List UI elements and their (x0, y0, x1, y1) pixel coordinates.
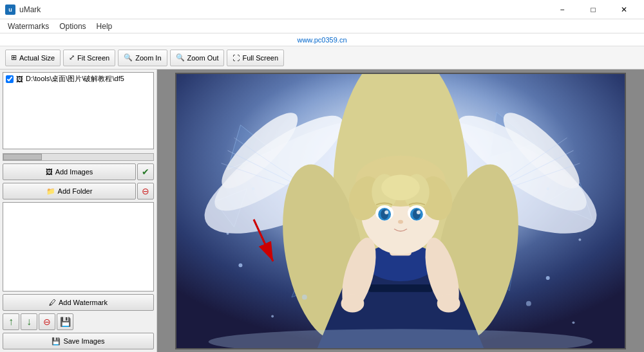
scrollbar-thumb (3, 154, 42, 160)
actual-size-icon: ⊞ (11, 53, 17, 62)
save-button[interactable]: 💾 (57, 313, 73, 330)
save-images-icon: 💾 (52, 337, 61, 346)
zoom-in-icon: 🔍 (124, 53, 133, 62)
file-path: D:\tools\桌面\图片\破解教程\df5 (26, 74, 124, 84)
menu-bar: Watermarks Options Help (0, 19, 644, 33)
svg-point-50 (302, 294, 307, 299)
svg-point-41 (384, 210, 388, 214)
add-images-button[interactable]: 🖼 Add Images (3, 163, 136, 180)
svg-point-49 (271, 315, 274, 317)
move-down-button[interactable]: ↓ (21, 313, 37, 330)
close-button[interactable]: ✕ (609, 0, 639, 19)
watermark-list (3, 202, 154, 292)
add-folder-icon: 📁 (46, 187, 55, 196)
svg-point-34 (381, 174, 420, 200)
bottom-controls: ↑ ↓ ⊖ 💾 (3, 313, 154, 330)
toolbar: ⊞ Actual Size ⤢ Fit Screen 🔍 Zoom In 🔍 Z… (0, 46, 644, 69)
file-checkbox[interactable] (6, 75, 14, 83)
add-watermark-label: Add Watermark (59, 299, 108, 306)
svg-point-55 (578, 238, 581, 241)
zoom-in-button[interactable]: 🔍 Zoom In (118, 50, 167, 66)
add-folder-row: 📁 Add Folder ⊖ (3, 183, 154, 199)
add-folder-button[interactable]: 📁 Add Folder (3, 183, 136, 199)
menu-watermarks[interactable]: Watermarks (3, 21, 54, 32)
save-images-label: Save Images (63, 337, 104, 345)
svg-point-42 (417, 210, 421, 214)
add-folder-label: Add Folder (58, 187, 93, 195)
svg-point-53 (526, 301, 531, 306)
left-panel: 🖼 D:\tools\桌面\图片\破解教程\df5 🖼 Add Images ✔… (0, 69, 157, 352)
website-url: www.pc0359.cn (297, 36, 346, 44)
fit-screen-label: Fit Screen (77, 54, 109, 62)
fit-screen-button[interactable]: ⤢ Fit Screen (63, 50, 115, 66)
website-bar: www.pc0359.cn (0, 33, 644, 46)
full-screen-icon: ⛶ (232, 54, 240, 62)
add-images-label: Add Images (55, 168, 93, 176)
actual-size-label: Actual Size (19, 54, 55, 62)
zoom-in-label: Zoom In (135, 54, 161, 62)
confirm-button[interactable]: ✔ (137, 163, 154, 180)
file-icon: 🖼 (16, 75, 23, 83)
svg-point-57 (547, 187, 549, 190)
title-bar-controls: − □ ✕ (547, 0, 639, 19)
svg-rect-26 (368, 284, 432, 292)
svg-line-60 (254, 219, 273, 261)
move-up-button[interactable]: ↑ (3, 313, 19, 330)
svg-point-47 (437, 294, 460, 312)
zoom-out-label: Zoom Out (187, 54, 219, 62)
actual-size-button[interactable]: ⊞ Actual Size (5, 50, 61, 66)
svg-point-46 (341, 294, 365, 312)
preview-image (175, 73, 626, 349)
minimize-button[interactable]: − (547, 0, 577, 19)
svg-point-56 (252, 187, 254, 190)
delete-button[interactable]: ⊖ (39, 313, 55, 330)
remove-button[interactable]: ⊖ (137, 183, 154, 199)
app-icon: u (5, 5, 15, 15)
add-images-row: 🖼 Add Images ✔ (3, 163, 154, 180)
app-title: uMark (19, 5, 41, 14)
file-list-item: 🖼 D:\tools\桌面\图片\破解教程\df5 (3, 73, 153, 85)
svg-point-43 (398, 219, 403, 223)
fit-screen-icon: ⤢ (69, 53, 75, 62)
add-watermark-icon: 🖊 (49, 299, 56, 306)
red-arrow (215, 213, 292, 277)
add-images-icon: 🖼 (46, 168, 53, 176)
save-images-button[interactable]: 💾 Save Images (3, 333, 154, 349)
title-bar: u uMark − □ ✕ (0, 0, 644, 19)
add-watermark-button[interactable]: 🖊 Add Watermark (3, 294, 154, 311)
svg-point-52 (572, 321, 574, 324)
preview-area (157, 69, 644, 352)
menu-help[interactable]: Help (91, 21, 118, 32)
full-screen-button[interactable]: ⛶ Full Screen (227, 50, 284, 66)
title-bar-left: u uMark (5, 5, 41, 15)
maximize-button[interactable]: □ (578, 0, 608, 19)
menu-options[interactable]: Options (54, 21, 91, 32)
zoom-out-icon: 🔍 (176, 53, 185, 62)
horizontal-scrollbar[interactable] (3, 153, 154, 161)
file-list[interactable]: 🖼 D:\tools\桌面\图片\破解教程\df5 (3, 72, 154, 149)
main-layout: 🖼 D:\tools\桌面\图片\破解教程\df5 🖼 Add Images ✔… (0, 69, 644, 352)
full-screen-label: Full Screen (242, 54, 278, 62)
zoom-out-button[interactable]: 🔍 Zoom Out (170, 50, 225, 66)
svg-point-51 (546, 276, 550, 280)
